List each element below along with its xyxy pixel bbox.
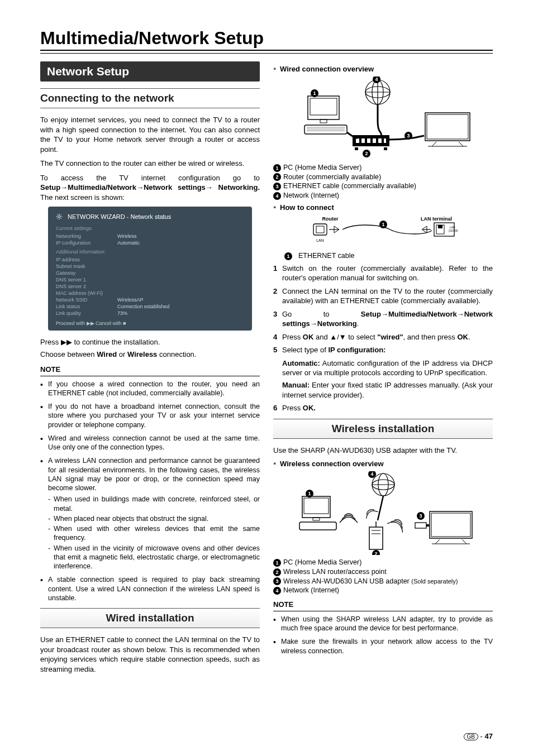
note-item: Make sure the firewalls in your network …	[273, 637, 493, 655]
legend-text: Wireless AN-WUD630 LAN USB adapter	[283, 577, 410, 585]
choose-wired: Wired	[97, 350, 117, 358]
svg-text:1: 1	[382, 222, 384, 227]
lan-port-tiny: LAN	[450, 226, 455, 229]
svg-rect-37	[427, 114, 468, 139]
legend-num-icon: 3	[273, 577, 281, 585]
svg-rect-57	[302, 496, 330, 518]
note-item-lan: A wireless LAN connection and performanc…	[40, 456, 260, 571]
legend-row: 1PC (Home Media Server)	[273, 558, 493, 567]
router-label: Router	[322, 216, 338, 222]
legend-num-icon: 1	[273, 559, 281, 567]
s4-ok2: OK	[457, 333, 468, 341]
press-continue-pre: Press	[40, 338, 61, 346]
svg-line-39	[459, 142, 463, 146]
svg-text:4: 4	[375, 76, 378, 82]
legend-row: 2Wireless LAN router/access point	[273, 568, 493, 576]
choose-post: connection.	[157, 350, 196, 358]
svg-rect-70	[426, 524, 429, 527]
wireless-installation-heading: Wireless installation	[273, 419, 493, 439]
step-item: Select type of IP configuration:	[273, 345, 493, 355]
press-continue-line: Press ▶▶ to continue the installation.	[40, 337, 260, 347]
lan-sub-list: When used in buildings made with concret…	[48, 495, 260, 571]
wizard-row: Network SSIDWirelessAP	[56, 297, 244, 303]
wired-overview-label: Wired connection overview	[273, 65, 493, 73]
note-rule	[40, 376, 260, 376]
svg-line-75	[435, 539, 440, 544]
page-footer: GB - 47	[464, 732, 493, 740]
svg-rect-17	[310, 98, 337, 115]
note-lan-lead: A wireless LAN connection and performanc…	[48, 457, 260, 492]
wizard-row-key: IP address	[56, 257, 117, 262]
svg-rect-49	[438, 225, 442, 228]
network-setup-heading: Network Setup	[40, 61, 260, 82]
svg-rect-19	[304, 125, 347, 134]
legend-row: 2Router (commercially available)	[273, 173, 493, 181]
wizard-row: Gateway	[56, 270, 244, 276]
choose-line: Choose between Wired or Wireless connect…	[40, 350, 260, 360]
step3-post: .	[357, 319, 359, 328]
svg-text:1: 1	[308, 491, 311, 496]
legend-num-icon: 3	[273, 183, 281, 190]
intro-p3-post: The next screen is shown:	[40, 193, 125, 202]
wizard-additional-label: Additional information:	[56, 249, 244, 255]
note-item: If you do not have a broadband internet …	[40, 402, 260, 429]
fast-forward-icon: ▶▶	[61, 338, 72, 346]
note-item: When using the SHARP wireless LAN adapte…	[273, 615, 493, 633]
intro-p3-path: Setup→Multimedia/Network→Network setting…	[40, 183, 260, 192]
wired-legend: 1PC (Home Media Server) 2Router (commerc…	[273, 164, 493, 200]
svg-rect-28	[356, 138, 359, 143]
manual-text: Enter your fixed static IP addresses man…	[282, 381, 493, 399]
svg-rect-27	[384, 147, 387, 150]
wizard-row: MAC address (Wi-Fi)	[56, 290, 244, 296]
svg-line-5	[57, 214, 58, 216]
how-to-connect-steps: Switch on the router (commercially avail…	[273, 264, 493, 355]
wizard-row-key: Link status	[56, 304, 117, 309]
note-list: If you choose a wired connection to the …	[40, 380, 260, 603]
sold-separately-text: (Sold separately)	[411, 578, 458, 585]
s6-ok: OK.	[303, 404, 316, 412]
legend-row: 1PC (Home Media Server)	[273, 164, 493, 172]
svg-rect-58	[304, 498, 329, 514]
manual-option: Manual: Enter your fixed static IP addre…	[282, 380, 493, 400]
legend-row: 4Network (Internet)	[273, 586, 493, 595]
lan-sub-item: When placed near objects that obstruct t…	[48, 514, 260, 523]
legend-num-icon: 2	[273, 173, 281, 181]
step-6-list: Press OK.	[273, 403, 493, 413]
wizard-title-text: NETWORK WIZARD - Network status	[68, 213, 171, 220]
ip-config-options: Automatic: Automatic configuration of th…	[273, 358, 493, 400]
note-heading: NOTE	[40, 365, 260, 374]
two-column-layout: Network Setup Connecting to the network …	[40, 61, 493, 678]
wizard-title-row: NETWORK WIZARD - Network status	[56, 213, 244, 221]
wizard-footer: Proceed with ▶▶ Cancel with ■	[56, 320, 244, 326]
wireless-overview-diagram: 4 1 2	[291, 471, 475, 555]
wizard-current-rows: NetworkingWirelessIP configurationAutoma…	[56, 233, 244, 246]
connecting-heading: Connecting to the network	[40, 88, 260, 108]
wizard-row-value: Automatic	[117, 240, 140, 246]
svg-rect-18	[320, 119, 327, 123]
lan-caption: LAN	[316, 238, 324, 242]
wizard-current-label: Current settings:	[56, 226, 244, 231]
wizard-row-key: IP configuration	[56, 240, 117, 246]
legend-text: PC (Home Media Server)	[283, 558, 361, 566]
s6-pre: Press	[282, 404, 303, 412]
region-badge: GB	[464, 733, 478, 740]
lan-sub-item: When used in buildings made with concret…	[48, 495, 260, 513]
s4-pre: Press	[282, 333, 303, 341]
wireless-note-heading: NOTE	[273, 600, 493, 609]
page-number: 47	[485, 732, 493, 740]
svg-rect-43	[313, 224, 327, 235]
svg-rect-69	[415, 523, 426, 528]
wizard-row-value: Wireless	[117, 233, 137, 239]
svg-text:3: 3	[407, 133, 410, 138]
s4-mid: and	[313, 333, 330, 341]
legend-num-icon: 1	[284, 252, 292, 260]
wizard-row: NetworkingWireless	[56, 233, 244, 239]
automatic-option: Automatic: Automatic configuration of th…	[282, 358, 493, 378]
legend-row: 3ETHERNET cable (commercially available)	[273, 182, 493, 190]
legend-text: PC (Home Media Server)	[283, 164, 361, 171]
manual-page: Multimedia/Network Setup Network Setup C…	[0, 0, 533, 756]
wired-installation-para: Use an ETHERNET cable to connect the LAN…	[40, 635, 260, 674]
lan-sub-item: When used with other wireless devices th…	[48, 524, 260, 543]
svg-rect-29	[361, 138, 365, 143]
router-lan-diagram: Router LAN terminal LAN 1 LAN (10/100)	[291, 215, 475, 248]
